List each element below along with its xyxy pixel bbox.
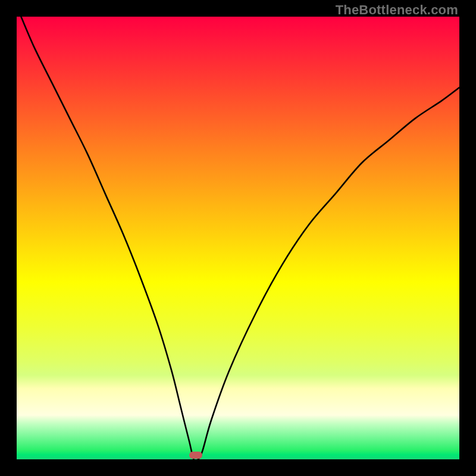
chart-frame: TheBottleneck.com xyxy=(0,0,476,476)
optimal-point-marker xyxy=(189,452,202,459)
plot-area xyxy=(17,17,459,459)
bottleneck-curve xyxy=(17,17,459,459)
watermark-text: TheBottleneck.com xyxy=(336,2,458,18)
